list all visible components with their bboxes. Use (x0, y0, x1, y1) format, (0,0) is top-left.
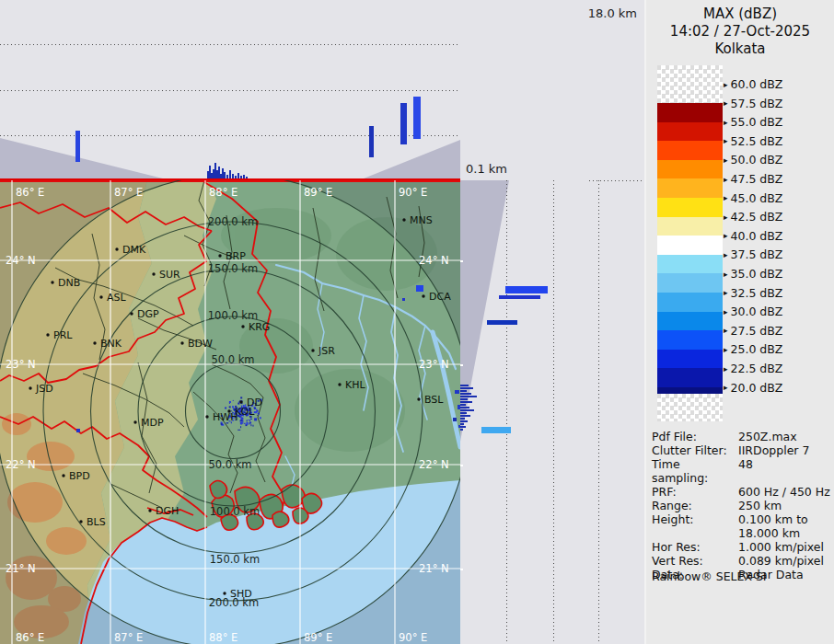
dbz-band (657, 387, 723, 394)
echo-bar (75, 131, 80, 162)
scale-label-text: 45.0 dBZ (731, 191, 783, 205)
dbz-scale-label: ▸45.0 dBZ (724, 190, 782, 205)
echo-speckle (249, 422, 251, 424)
echo-spike (460, 398, 468, 400)
echo-spike (460, 407, 469, 408)
echo-spike (460, 396, 477, 397)
dbz-scale-label: ▸22.5 dBZ (724, 362, 782, 376)
scale-label-text: 40.0 dBZ (731, 229, 783, 243)
dbz-band (657, 312, 723, 331)
scale-label-text: 57.5 dBZ (731, 97, 783, 110)
info-value: IIRDoppler 7 (738, 443, 809, 457)
echo-spike (460, 387, 473, 389)
echo-blob (402, 298, 405, 301)
echo-speckle (260, 417, 261, 419)
city-label: DGH (156, 505, 179, 517)
echo-bar (481, 427, 511, 433)
echo-blob (458, 425, 460, 428)
scale-arrow-icon: ▸ (724, 250, 728, 259)
echo-speckle (241, 422, 243, 423)
info-label: Height: (652, 512, 738, 540)
latitude-label: 24° N (6, 254, 36, 267)
city-label: BRP (226, 250, 246, 262)
city-dot (46, 333, 49, 336)
scale-label-text: 60.0 dBZ (731, 77, 783, 91)
right-panel-top-gridline (589, 180, 644, 181)
city-dot (148, 509, 151, 512)
scale-label-text: 25.0 dBZ (731, 342, 783, 356)
echo-speckle (247, 420, 248, 421)
scale-label-text: 20.0 dBZ (731, 381, 783, 395)
city-dot (130, 312, 133, 315)
scale-label-text: 42.5 dBZ (731, 210, 783, 224)
echo-blob (455, 390, 459, 394)
city-label: MDP (141, 417, 164, 429)
echo-bar (505, 286, 548, 293)
echo-speckle (254, 418, 257, 420)
latitude-label: 21° N (419, 562, 449, 575)
scale-arrow-icon: ▸ (724, 307, 728, 316)
info-row: Clutter Filter:IIRDoppler 7 (652, 443, 832, 457)
scale-label-text: 37.5 dBZ (731, 247, 783, 261)
city-label: PRL (53, 329, 73, 341)
range-ring-label: 150.0 km (208, 262, 258, 275)
echo-speckle (237, 430, 240, 431)
dbz-band (657, 65, 723, 103)
product-title: MAX (dBZ) (646, 6, 834, 23)
info-value: 250 km (738, 499, 782, 512)
info-label: Vert Res: (652, 554, 738, 568)
echo-speckle (232, 406, 234, 408)
radar-map[interactable]: 86° E86° E87° E87° E88° E88° E89° E89° E… (0, 180, 460, 644)
echo-speckle (250, 419, 252, 420)
scale-label-text: 47.5 dBZ (731, 172, 783, 186)
city-label: BSL (424, 394, 444, 406)
latitude-label: 22° N (6, 458, 36, 471)
range-ring-label: 150.0 km (210, 553, 260, 566)
info-value: 0.089 km/pixel (738, 554, 824, 568)
software-brand: Rainbow® SELEX-SI (652, 569, 767, 583)
latitude-tick (460, 364, 463, 366)
station-name: Kolkata (646, 40, 834, 58)
info-value: 0.100 km to 18.000 km (738, 512, 808, 540)
latitude-label: 23° N (6, 358, 36, 371)
scale-arrow-icon: ▸ (724, 118, 728, 127)
city-label: BLS (87, 516, 106, 528)
echo-speckle (258, 413, 260, 415)
city-label: DGP (137, 308, 159, 320)
echo-speckle (256, 408, 257, 410)
scale-label-text: 35.0 dBZ (731, 267, 783, 281)
city-dot (422, 294, 424, 297)
height-gridline (506, 180, 507, 644)
dbz-band (657, 394, 723, 421)
scale-arrow-icon: ▸ (724, 270, 728, 279)
echo-blob (453, 418, 457, 421)
echo-spike (460, 404, 466, 406)
echo-spike (224, 172, 226, 178)
echo-speckle (250, 424, 251, 426)
city-dot (51, 281, 53, 283)
dbz-band (657, 178, 723, 198)
dbz-band (657, 217, 723, 236)
dbz-band (657, 103, 723, 122)
range-ring-label: 100.0 km (208, 309, 258, 322)
dbz-scale-label: ▸20.0 dBZ (724, 380, 782, 395)
scale-arrow-icon: ▸ (724, 231, 728, 240)
echo-spike (460, 426, 466, 428)
right-height-projection-panel[interactable] (460, 180, 644, 644)
longitude-label: 88° E (209, 631, 237, 644)
scale-label-text: 30.0 dBZ (731, 305, 783, 318)
info-row: Pdf File:250Z.max (652, 430, 832, 443)
top-height-projection-panel[interactable] (0, 0, 460, 180)
latitude-label: 23° N (419, 358, 449, 371)
dbz-scale-label: ▸32.5 dBZ (724, 285, 782, 300)
dbz-scale-label: ▸50.0 dBZ (724, 153, 782, 167)
echo-speckle (221, 423, 223, 425)
dbz-scale-label: ▸25.0 dBZ (724, 342, 782, 357)
city-label: DMK (122, 244, 146, 256)
scale-label-text: 55.0 dBZ (731, 115, 783, 129)
city-label: ASL (107, 292, 127, 304)
echo-speckle (253, 425, 254, 427)
city-label: BPD (69, 470, 90, 482)
height-gridline (0, 44, 460, 45)
info-value: 250Z.max (738, 430, 797, 443)
